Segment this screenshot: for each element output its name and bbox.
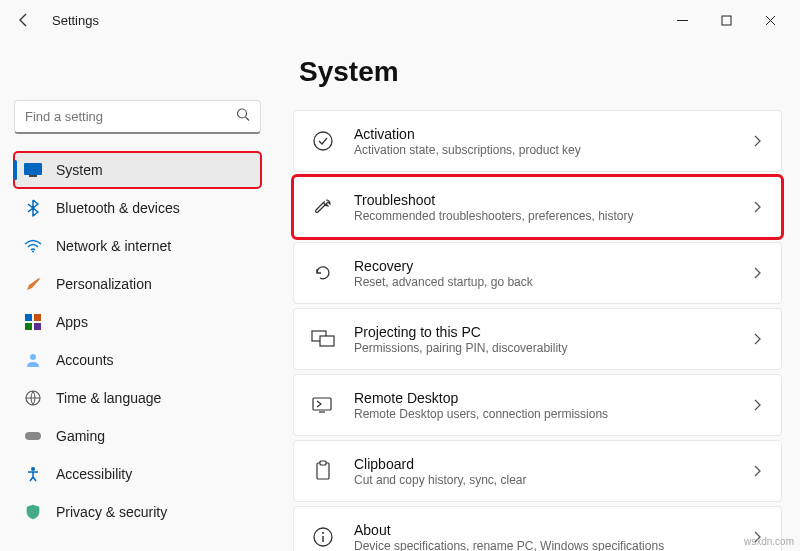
svg-point-13 xyxy=(314,132,332,150)
sidebar-item-label: Personalization xyxy=(56,276,152,292)
sidebar-item-gaming[interactable]: Gaming xyxy=(14,418,261,454)
remote-icon xyxy=(310,392,336,418)
card-title: Recovery xyxy=(354,258,731,274)
card-subtitle: Device specifications, rename PC, Window… xyxy=(354,539,731,552)
clipboard-icon xyxy=(310,458,336,484)
card-subtitle: Activation state, subscriptions, product… xyxy=(354,143,731,157)
window-title: Settings xyxy=(52,13,99,28)
svg-point-20 xyxy=(322,532,324,534)
watermark: wsxdn.com xyxy=(744,536,794,547)
sidebar-item-system[interactable]: System xyxy=(14,152,261,188)
minimize-button[interactable] xyxy=(660,5,704,35)
sidebar-item-label: Bluetooth & devices xyxy=(56,200,180,216)
brush-icon xyxy=(24,275,42,293)
card-text: Recovery Reset, advanced startup, go bac… xyxy=(354,258,731,289)
svg-point-4 xyxy=(32,251,34,253)
card-title: Remote Desktop xyxy=(354,390,731,406)
card-title: Troubleshoot xyxy=(354,192,731,208)
card-remote-desktop[interactable]: Remote Desktop Remote Desktop users, con… xyxy=(293,374,782,436)
chevron-right-icon xyxy=(749,135,765,147)
back-button[interactable] xyxy=(8,4,40,36)
card-text: About Device specifications, rename PC, … xyxy=(354,522,731,552)
sidebar-item-label: Network & internet xyxy=(56,238,171,254)
svg-point-12 xyxy=(31,467,35,471)
sidebar-item-bluetooth[interactable]: Bluetooth & devices xyxy=(14,190,261,226)
gamepad-icon xyxy=(24,427,42,445)
bluetooth-icon xyxy=(24,199,42,217)
maximize-icon xyxy=(721,15,732,26)
card-projecting[interactable]: Projecting to this PC Permissions, pairi… xyxy=(293,308,782,370)
chevron-right-icon xyxy=(749,267,765,279)
wrench-icon xyxy=(310,194,336,220)
card-subtitle: Reset, advanced startup, go back xyxy=(354,275,731,289)
content: System Activation Activation state, subs… xyxy=(275,40,800,551)
back-icon xyxy=(16,12,32,28)
sidebar-item-accounts[interactable]: Accounts xyxy=(14,342,261,378)
minimize-icon xyxy=(677,15,688,26)
svg-rect-15 xyxy=(320,336,334,346)
window-controls xyxy=(660,5,792,35)
svg-rect-0 xyxy=(722,16,731,25)
sidebar-item-accessibility[interactable]: Accessibility xyxy=(14,456,261,492)
card-title: Activation xyxy=(354,126,731,142)
sidebar-item-label: Privacy & security xyxy=(56,504,167,520)
card-text: Clipboard Cut and copy history, sync, cl… xyxy=(354,456,731,487)
page-title: System xyxy=(299,56,782,88)
sidebar-item-label: Accessibility xyxy=(56,466,132,482)
sidebar-item-label: System xyxy=(56,162,103,178)
chevron-right-icon xyxy=(749,201,765,213)
card-about[interactable]: About Device specifications, rename PC, … xyxy=(293,506,782,551)
svg-rect-2 xyxy=(24,163,42,175)
svg-rect-7 xyxy=(25,323,32,330)
chevron-right-icon xyxy=(749,333,765,345)
apps-icon xyxy=(24,313,42,331)
close-icon xyxy=(765,15,776,26)
sidebar-item-label: Gaming xyxy=(56,428,105,444)
svg-rect-5 xyxy=(25,314,32,321)
search-input[interactable] xyxy=(14,100,261,134)
sidebar-item-time-language[interactable]: Time & language xyxy=(14,380,261,416)
card-activation[interactable]: Activation Activation state, subscriptio… xyxy=(293,110,782,172)
shield-icon xyxy=(24,503,42,521)
check-circle-icon xyxy=(310,128,336,154)
person-icon xyxy=(24,351,42,369)
card-subtitle: Cut and copy history, sync, clear xyxy=(354,473,731,487)
wifi-icon xyxy=(24,237,42,255)
svg-rect-11 xyxy=(25,432,41,440)
card-text: Remote Desktop Remote Desktop users, con… xyxy=(354,390,731,421)
sidebar-item-label: Apps xyxy=(56,314,88,330)
card-troubleshoot[interactable]: Troubleshoot Recommended troubleshooters… xyxy=(293,176,782,238)
svg-rect-3 xyxy=(29,175,37,177)
globe-icon xyxy=(24,389,42,407)
card-subtitle: Recommended troubleshooters, preferences… xyxy=(354,209,731,223)
card-subtitle: Remote Desktop users, connection permiss… xyxy=(354,407,731,421)
svg-rect-6 xyxy=(34,314,41,321)
sidebar-item-personalization[interactable]: Personalization xyxy=(14,266,261,302)
nav-list: System Bluetooth & devices Network & int… xyxy=(14,152,261,530)
maximize-button[interactable] xyxy=(704,5,748,35)
chevron-right-icon xyxy=(749,399,765,411)
sidebar: System Bluetooth & devices Network & int… xyxy=(0,40,275,551)
system-icon xyxy=(24,161,42,179)
svg-rect-18 xyxy=(320,461,326,465)
main-layout: System Bluetooth & devices Network & int… xyxy=(0,40,800,551)
recovery-icon xyxy=(310,260,336,286)
sidebar-item-network[interactable]: Network & internet xyxy=(14,228,261,264)
close-button[interactable] xyxy=(748,5,792,35)
chevron-right-icon xyxy=(749,465,765,477)
card-title: About xyxy=(354,522,731,538)
card-recovery[interactable]: Recovery Reset, advanced startup, go bac… xyxy=(293,242,782,304)
sidebar-item-label: Time & language xyxy=(56,390,161,406)
search-icon xyxy=(236,108,251,127)
sidebar-item-apps[interactable]: Apps xyxy=(14,304,261,340)
sidebar-item-privacy[interactable]: Privacy & security xyxy=(14,494,261,530)
info-icon xyxy=(310,524,336,550)
project-icon xyxy=(310,326,336,352)
card-clipboard[interactable]: Clipboard Cut and copy history, sync, cl… xyxy=(293,440,782,502)
card-title: Clipboard xyxy=(354,456,731,472)
titlebar: Settings xyxy=(0,0,800,40)
svg-rect-8 xyxy=(34,323,41,330)
svg-point-9 xyxy=(30,354,36,360)
card-text: Projecting to this PC Permissions, pairi… xyxy=(354,324,731,355)
svg-point-1 xyxy=(238,109,247,118)
